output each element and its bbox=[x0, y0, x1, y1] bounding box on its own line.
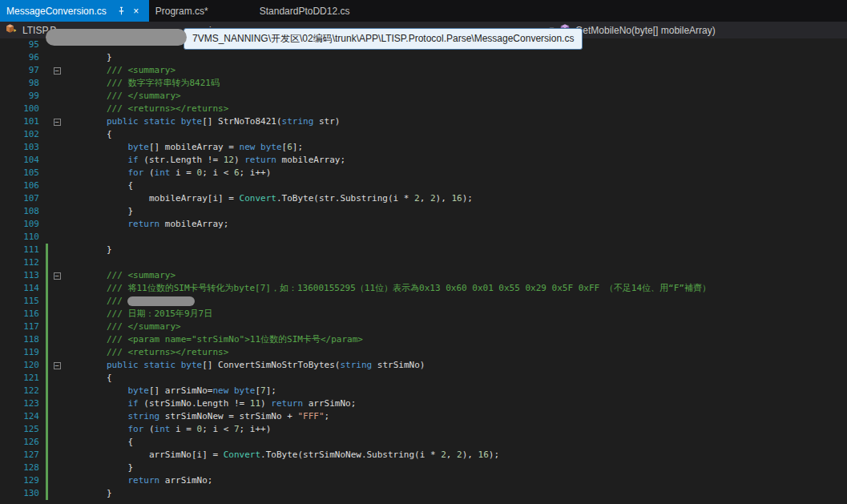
code-line[interactable]: 96 } bbox=[0, 51, 847, 64]
code-area[interactable]: 9596 }97− /// <summary>98 /// 数字字符串转为842… bbox=[0, 38, 847, 504]
fold-column bbox=[50, 90, 64, 103]
fold-column bbox=[50, 462, 64, 474]
code-line[interactable]: 119 /// <returns></returns> bbox=[0, 346, 847, 359]
code-line[interactable]: 107 mobileArray[i] = Convert.ToByte(str.… bbox=[0, 192, 847, 205]
line-number[interactable]: 100 bbox=[0, 103, 44, 115]
code-text: } bbox=[64, 51, 112, 64]
code-line[interactable]: 101− public static byte[] StrNoTo8421(st… bbox=[0, 115, 847, 128]
line-number[interactable]: 104 bbox=[0, 154, 44, 167]
code-line[interactable]: 118 /// <param name="strSimNo">11位数的SIM卡… bbox=[0, 333, 847, 346]
tab-program[interactable]: Program.cs* bbox=[149, 0, 253, 22]
fold-column bbox=[50, 321, 64, 333]
line-number[interactable]: 122 bbox=[0, 385, 44, 397]
file-path-tooltip: 7VMS_NANNING\开发区\02编码\trunk\APP\LTISP.Pr… bbox=[184, 28, 583, 50]
line-number[interactable]: 126 bbox=[0, 436, 44, 449]
code-line[interactable]: 113− /// <summary> bbox=[0, 269, 847, 282]
code-line[interactable]: 97− /// <summary> bbox=[0, 64, 847, 77]
tab-label: StandardPtoDD12.cs bbox=[260, 6, 350, 17]
tab-bar: MessageConversion.cs × Program.cs* Stand… bbox=[0, 0, 847, 22]
member-dropdown[interactable]: GetMobileNo(byte[] mobileArray) bbox=[559, 22, 716, 38]
code-line[interactable]: 104 if (str.Length != 12) return mobileA… bbox=[0, 154, 847, 167]
pin-icon[interactable] bbox=[115, 5, 128, 18]
change-bar bbox=[44, 372, 50, 385]
change-bar bbox=[44, 346, 50, 359]
line-number[interactable]: 99 bbox=[0, 90, 44, 103]
line-number[interactable]: 127 bbox=[0, 449, 44, 462]
code-line[interactable]: 115 /// bbox=[0, 295, 847, 308]
line-number[interactable]: 98 bbox=[0, 77, 44, 90]
line-number[interactable]: 124 bbox=[0, 410, 44, 423]
line-number[interactable]: 96 bbox=[0, 51, 44, 64]
code-line[interactable]: 100 /// <returns></returns> bbox=[0, 103, 847, 115]
line-number[interactable]: 119 bbox=[0, 346, 44, 359]
code-line[interactable]: 127 arrSimNo[i] = Convert.ToByte(strSimN… bbox=[0, 449, 847, 462]
line-number[interactable]: 101 bbox=[0, 115, 44, 128]
tab-messageconversion[interactable]: MessageConversion.cs × bbox=[0, 0, 149, 22]
line-number[interactable]: 128 bbox=[0, 462, 44, 474]
code-line[interactable]: 122 byte[] arrSimNo=new byte[7]; bbox=[0, 385, 847, 397]
line-number[interactable]: 115 bbox=[0, 295, 44, 308]
code-line[interactable]: 116 /// 日期：2015年9月7日 bbox=[0, 308, 847, 321]
code-line[interactable]: 121 { bbox=[0, 372, 847, 385]
code-line[interactable]: 123 if (strSimNo.Length != 11) return ar… bbox=[0, 397, 847, 410]
change-bar bbox=[44, 77, 50, 90]
code-line[interactable]: 125 for (int i = 0; i < 7; i++) bbox=[0, 423, 847, 436]
line-number[interactable]: 102 bbox=[0, 128, 44, 141]
change-bar bbox=[44, 128, 50, 141]
line-number[interactable]: 97 bbox=[0, 64, 44, 77]
fold-marker[interactable]: − bbox=[50, 115, 64, 128]
code-line[interactable]: 112 bbox=[0, 256, 847, 269]
line-number[interactable]: 105 bbox=[0, 167, 44, 179]
line-number[interactable]: 108 bbox=[0, 205, 44, 218]
line-number[interactable]: 111 bbox=[0, 244, 44, 256]
code-line[interactable]: 106 { bbox=[0, 179, 847, 192]
tab-standardptodd12[interactable]: StandardPtoDD12.cs bbox=[253, 0, 350, 22]
code-line[interactable]: 128 } bbox=[0, 462, 847, 474]
code-line[interactable]: 124 string strSimNoNew = strSimNo + "FFF… bbox=[0, 410, 847, 423]
code-line[interactable]: 117 /// </summary> bbox=[0, 321, 847, 333]
line-number[interactable]: 117 bbox=[0, 321, 44, 333]
code-line[interactable]: 109 return mobileArray; bbox=[0, 218, 847, 231]
code-line[interactable]: 126 { bbox=[0, 436, 847, 449]
code-text: /// <param name="strSimNo">11位数的SIM卡号</p… bbox=[64, 333, 363, 346]
code-line[interactable]: 120− public static byte[] ConvertSimNoSt… bbox=[0, 359, 847, 372]
line-number[interactable]: 129 bbox=[0, 474, 44, 487]
close-icon[interactable]: × bbox=[130, 5, 143, 18]
code-line[interactable]: 102 { bbox=[0, 128, 847, 141]
line-number[interactable]: 123 bbox=[0, 397, 44, 410]
line-number[interactable]: 120 bbox=[0, 359, 44, 372]
line-number[interactable]: 110 bbox=[0, 231, 44, 244]
code-line[interactable]: 99 /// </summary> bbox=[0, 90, 847, 103]
fold-column bbox=[50, 167, 64, 179]
line-number[interactable]: 116 bbox=[0, 308, 44, 321]
line-number[interactable]: 121 bbox=[0, 372, 44, 385]
line-number[interactable]: 114 bbox=[0, 282, 44, 295]
code-line[interactable]: 111 } bbox=[0, 244, 847, 256]
line-number[interactable]: 109 bbox=[0, 218, 44, 231]
code-line[interactable]: 129 return arrSimNo; bbox=[0, 474, 847, 487]
line-number[interactable]: 112 bbox=[0, 256, 44, 269]
fold-marker[interactable]: − bbox=[50, 64, 64, 77]
line-number[interactable]: 106 bbox=[0, 179, 44, 192]
line-number[interactable]: 125 bbox=[0, 423, 44, 436]
code-line[interactable]: 114 /// 将11位数的SIM卡号转化为byte[7]，如：13600155… bbox=[0, 282, 847, 295]
line-number[interactable]: 130 bbox=[0, 487, 44, 500]
fold-column bbox=[50, 128, 64, 141]
line-number[interactable]: 103 bbox=[0, 141, 44, 154]
change-bar bbox=[44, 410, 50, 423]
line-number[interactable]: 107 bbox=[0, 192, 44, 205]
fold-marker[interactable]: − bbox=[50, 359, 64, 372]
code-line[interactable]: 108 } bbox=[0, 205, 847, 218]
code-line[interactable]: 103 byte[] mobileArray = new byte[6]; bbox=[0, 141, 847, 154]
line-number[interactable]: 113 bbox=[0, 269, 44, 282]
code-line[interactable]: 105 for (int i = 0; i < 6; i++) bbox=[0, 167, 847, 179]
code-line[interactable]: 98 /// 数字字符串转为8421码 bbox=[0, 77, 847, 90]
change-bar bbox=[44, 462, 50, 474]
line-number[interactable]: 118 bbox=[0, 333, 44, 346]
code-line[interactable]: 110 bbox=[0, 231, 847, 244]
code-line[interactable]: 130 } bbox=[0, 487, 847, 500]
code-text: /// </summary> bbox=[64, 321, 181, 333]
line-number[interactable]: 95 bbox=[0, 38, 44, 51]
code-text: { bbox=[64, 372, 112, 385]
fold-marker[interactable]: − bbox=[50, 269, 64, 282]
